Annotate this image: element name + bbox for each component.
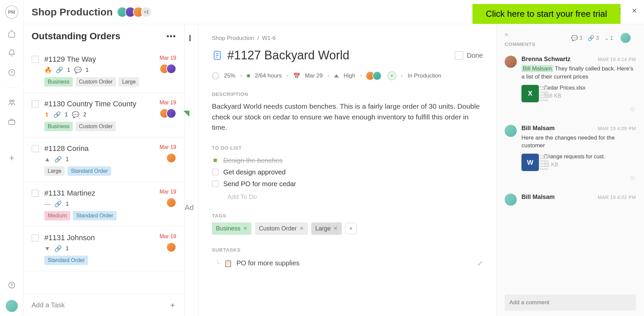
card-avatars bbox=[170, 242, 176, 252]
tag[interactable]: Custom Order bbox=[76, 77, 116, 87]
add-task-label: Add a Task bbox=[32, 301, 65, 309]
card-title: #1130 Country Time County bbox=[44, 100, 176, 108]
card-checkbox[interactable] bbox=[32, 234, 39, 242]
card-date: Mar 19 bbox=[159, 233, 176, 240]
tag[interactable]: Business bbox=[44, 77, 73, 87]
section-description-label: DESCRIPTION bbox=[212, 91, 483, 97]
section-tags-label: TAGS bbox=[212, 213, 483, 218]
task-icon: 📋 bbox=[224, 259, 232, 267]
progress-value[interactable]: 25% bbox=[224, 72, 235, 79]
hours-value[interactable]: 2/64 hours bbox=[255, 72, 282, 79]
tag[interactable]: Business bbox=[44, 122, 73, 131]
priority-value[interactable]: High bbox=[343, 72, 355, 79]
add-tag-button[interactable]: + bbox=[345, 223, 357, 234]
attach-icon: 🔗 bbox=[54, 245, 62, 252]
todo-item[interactable]: Send PO for more cedar bbox=[212, 178, 483, 190]
team-icon[interactable] bbox=[7, 98, 16, 107]
card-title: #1131 Johnson bbox=[44, 233, 176, 242]
card-title: #1129 The Way bbox=[44, 55, 176, 64]
card-meta: 🔥🔗1💬1 bbox=[44, 66, 176, 74]
trial-banner[interactable]: Click here to start your free trial bbox=[472, 4, 620, 24]
comment-text: Here are the changes needed for the cust… bbox=[521, 134, 636, 150]
section-subtasks-label: SUBTASKS bbox=[212, 247, 483, 253]
comment-text: Bill Malsam They finally called back. He… bbox=[521, 65, 636, 81]
comment-input[interactable] bbox=[505, 295, 636, 311]
remove-tag-icon[interactable]: ✕ bbox=[300, 225, 304, 231]
tag[interactable]: Standard Order bbox=[67, 166, 111, 176]
task-card[interactable]: #1131 Johnson ▼🔗1 Standard Order Mar 19 bbox=[24, 227, 184, 271]
tag[interactable]: Medium bbox=[44, 211, 70, 220]
tag[interactable]: Custom Order bbox=[76, 122, 116, 131]
clock-icon[interactable] bbox=[7, 68, 16, 77]
todo-item[interactable]: Get design approved bbox=[212, 166, 483, 178]
task-card[interactable]: #1130 Country Time County ⬆🔗1💬2 Business… bbox=[24, 93, 184, 138]
card-checkbox[interactable] bbox=[32, 100, 39, 108]
column-more-icon[interactable]: ••• bbox=[167, 32, 176, 41]
attach-icon: 🔗 bbox=[54, 200, 62, 208]
comment-item: Bill MalsamMAR 19 4:02 PM bbox=[505, 188, 636, 212]
tag[interactable]: Large ✕ bbox=[311, 222, 342, 235]
mention[interactable]: Bill Malsam bbox=[521, 65, 553, 72]
todo-checkbox[interactable] bbox=[212, 157, 219, 164]
tag[interactable]: Large bbox=[44, 166, 65, 176]
svg-point-2 bbox=[12, 100, 14, 102]
remove-tag-icon[interactable]: ✕ bbox=[333, 225, 338, 231]
done-checkbox[interactable] bbox=[455, 51, 463, 60]
react-icon[interactable]: ☺ bbox=[521, 102, 636, 113]
progress-icon[interactable] bbox=[212, 72, 219, 80]
hours-dot-icon bbox=[247, 74, 250, 77]
plus-icon[interactable]: ＋ bbox=[169, 300, 176, 310]
task-title[interactable]: #1127 Backyard World bbox=[227, 48, 455, 62]
task-card[interactable]: #1131 Martinez —🔗1 MediumStandard Order … bbox=[24, 182, 184, 227]
done-label: Done bbox=[467, 52, 483, 59]
avatar bbox=[166, 108, 176, 118]
attachment[interactable]: W Change requests for cust.11 KB bbox=[521, 154, 636, 171]
add-icon[interactable] bbox=[7, 153, 16, 163]
task-card[interactable]: #1128 Corina ▲🔗1 LargeStandard Order Mar… bbox=[24, 138, 184, 182]
todo-checkbox[interactable] bbox=[212, 180, 219, 187]
home-icon[interactable] bbox=[7, 29, 16, 38]
help-icon[interactable] bbox=[7, 280, 16, 290]
card-checkbox[interactable] bbox=[32, 145, 39, 152]
comment-time: MAR 19 4:09 PM bbox=[598, 126, 636, 131]
card-checkbox[interactable] bbox=[32, 190, 39, 197]
todo-item[interactable]: Design the benches bbox=[212, 155, 483, 166]
user-avatar[interactable] bbox=[6, 300, 18, 312]
tag[interactable]: Custom Order ✕ bbox=[255, 222, 308, 235]
add-assignee-icon[interactable]: + bbox=[387, 71, 396, 80]
card-meta: —🔗1 bbox=[44, 200, 176, 208]
more-menu-icon[interactable]: ⋮ bbox=[617, 7, 624, 15]
card-checkbox[interactable] bbox=[32, 56, 39, 63]
tag[interactable]: Standard Order bbox=[44, 256, 88, 265]
assignee-avatars[interactable] bbox=[368, 71, 382, 80]
svg-rect-3 bbox=[9, 120, 15, 124]
add-task-row[interactable]: Add a Task ＋ bbox=[24, 294, 184, 316]
member-avatars[interactable]: +1 bbox=[120, 7, 152, 17]
avatar-more: +1 bbox=[141, 7, 152, 17]
expand-icon[interactable]: ⤢ bbox=[477, 259, 483, 267]
due-date[interactable]: Mar 29 bbox=[305, 72, 323, 79]
card-meta: ▼🔗1 bbox=[44, 245, 176, 252]
tag[interactable]: Business ✕ bbox=[212, 222, 251, 235]
remove-tag-icon[interactable]: ✕ bbox=[243, 225, 247, 231]
add-todo-input[interactable]: Add To Do bbox=[212, 190, 483, 201]
task-card[interactable]: #1129 The Way 🔥🔗1💬1 BusinessCustom Order… bbox=[24, 48, 184, 93]
app-logo[interactable]: PM bbox=[5, 5, 18, 19]
tag[interactable]: Large bbox=[119, 77, 139, 87]
todo-checkbox[interactable] bbox=[212, 169, 219, 175]
subtask-row[interactable]: └ 📋 PO for more supplies ⤢ bbox=[212, 257, 483, 270]
kanban-column-peek: I Ad bbox=[185, 24, 198, 316]
tag[interactable]: Standard Order bbox=[73, 211, 117, 220]
bell-icon[interactable] bbox=[7, 48, 16, 58]
attachment[interactable]: X Cedar Prices.xlsx768 KB bbox=[521, 85, 636, 102]
comment-item: Bill MalsamMAR 19 4:09 PMHere are the ch… bbox=[505, 119, 636, 188]
react-icon[interactable]: ☺ bbox=[521, 171, 636, 181]
briefcase-icon[interactable] bbox=[7, 117, 16, 126]
task-description[interactable]: Backyard World needs custom benches. Thi… bbox=[212, 101, 483, 133]
status-value[interactable]: In Production bbox=[408, 72, 441, 79]
task-icon bbox=[212, 50, 223, 61]
comment-item: Brenna SchwartzMAR 19 4:14 PMBill Malsam… bbox=[505, 50, 636, 119]
card-meta: ▲🔗1 bbox=[44, 156, 176, 163]
close-icon[interactable]: ✕ bbox=[632, 7, 637, 15]
file-icon: W bbox=[521, 154, 539, 171]
